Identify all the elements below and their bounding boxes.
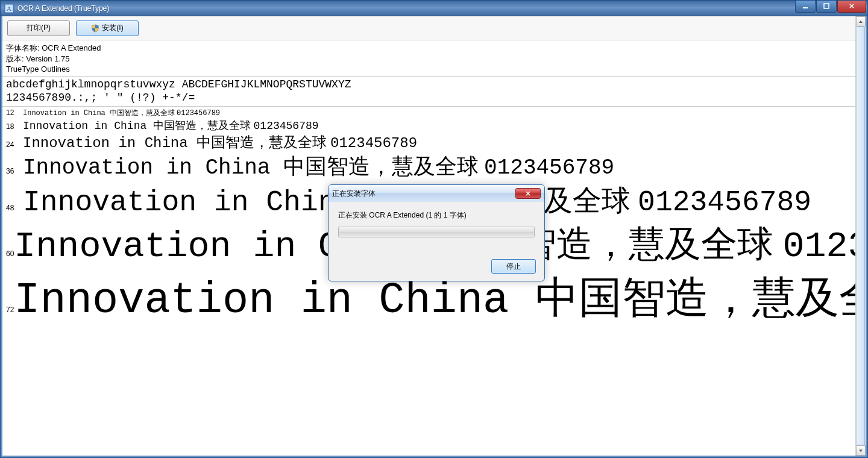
sample-size-label: 24	[6, 140, 23, 149]
vertical-scrollbar[interactable]	[855, 16, 866, 456]
glyph-sample: abcdefghijklmnopqrstuvwxyz ABCDEFGHIJKLM…	[2, 77, 866, 107]
sample-size-label: 48	[6, 204, 23, 212]
svg-text:A: A	[7, 5, 11, 12]
font-outline-line: TrueType Outlines	[6, 64, 862, 75]
font-meta: 字体名称: OCR A Extended 版本: Version 1.75 Tr…	[2, 40, 866, 77]
window-buttons	[794, 1, 866, 13]
uac-shield-icon	[91, 24, 99, 33]
font-version-line: 版本: Version 1.75	[6, 54, 862, 64]
print-button-label: 打印(P)	[27, 23, 51, 33]
client-area: 打印(P) 安装(I) 字体名称: OCR A Extended 版本: Ver…	[1, 16, 867, 457]
font-viewer-window: A OCR A Extended (TrueType) 打印(P) 安装(I) …	[0, 0, 868, 458]
dialog-button-row: 停止	[329, 242, 544, 281]
toolbar: 打印(P) 安装(I)	[2, 16, 866, 40]
font-app-icon: A	[4, 4, 14, 13]
sample-row-24: 24Innovation in China 中国智造，慧及全球 01234567…	[6, 133, 862, 152]
sample-size-label: 60	[6, 249, 14, 258]
stop-button[interactable]: 停止	[491, 259, 536, 274]
sample-row-12: 12Innovation in China 中国智造，慧及全球 01234567…	[6, 108, 862, 118]
titlebar[interactable]: A OCR A Extended (TrueType)	[1, 1, 867, 16]
font-name-line: 字体名称: OCR A Extended	[6, 43, 862, 54]
sample-text: Innovation in China 中国智造，慧及全球 0123456789	[23, 108, 220, 118]
install-progress-dialog: 正在安装字体 正在安装 OCR A Extended (1 的 1 字体) 停止	[328, 184, 545, 281]
sample-size-label: 12	[6, 108, 23, 117]
window-title: OCR A Extended (TrueType)	[17, 4, 794, 13]
install-button-label: 安装(I)	[102, 23, 123, 33]
sample-size-label: 18	[6, 122, 23, 131]
scroll-track[interactable]	[856, 27, 866, 445]
dialog-close-button[interactable]	[515, 188, 541, 199]
sample-row-18: 18Innovation in China 中国智造，慧及全球 01234567…	[6, 118, 862, 133]
dialog-title: 正在安装字体	[332, 189, 515, 199]
sample-size-label: 72	[6, 306, 14, 314]
close-button[interactable]	[837, 1, 866, 13]
dialog-body: 正在安装 OCR A Extended (1 的 1 字体)	[329, 202, 544, 242]
install-button[interactable]: 安装(I)	[76, 20, 139, 36]
svg-rect-3	[824, 4, 829, 8]
sample-text: Innovation in China 中国智造，慧及全球 0123456789	[23, 152, 614, 181]
sample-size-label: 36	[6, 167, 23, 175]
stop-button-label: 停止	[506, 262, 521, 272]
dialog-message: 正在安装 OCR A Extended (1 的 1 字体)	[338, 210, 535, 221]
print-button[interactable]: 打印(P)	[7, 20, 70, 36]
dialog-titlebar[interactable]: 正在安装字体	[329, 185, 544, 202]
sample-row-36: 36Innovation in China 中国智造，慧及全球 01234567…	[6, 152, 862, 181]
sample-text: Innovation in China 中国智造，慧及全球 0123456789	[23, 133, 417, 152]
glyph-row-alpha: abcdefghijklmnopqrstuvwxyz ABCDEFGHIJKLM…	[6, 78, 862, 92]
scroll-up-button[interactable]	[856, 16, 866, 27]
svg-rect-2	[803, 7, 808, 8]
scroll-thumb[interactable]	[857, 27, 865, 445]
progress-bar	[338, 227, 535, 237]
sample-text: Innovation in China 中国智造，慧及全球 0123456789	[23, 118, 319, 133]
minimize-button[interactable]	[795, 1, 816, 13]
scroll-down-button[interactable]	[856, 445, 866, 456]
glyph-row-digits: 1234567890.:,; ' " (!?) +-*/=	[6, 91, 862, 105]
maximize-button[interactable]	[816, 1, 837, 13]
